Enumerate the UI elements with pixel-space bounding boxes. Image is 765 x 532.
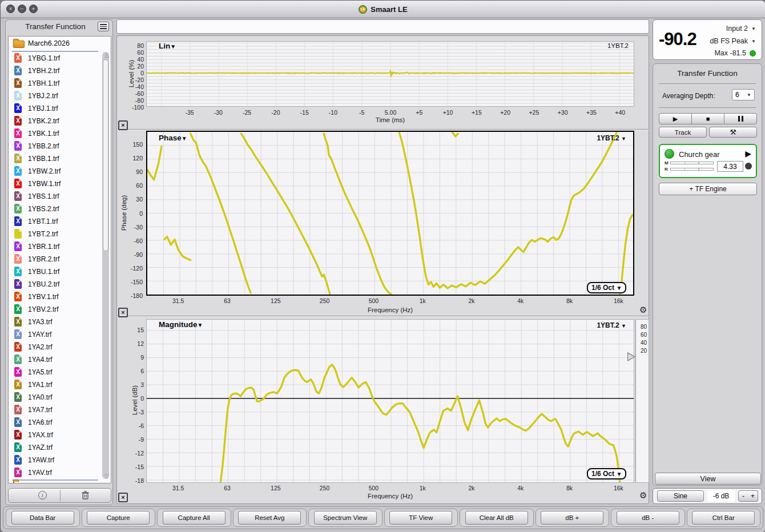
phase-close-button[interactable]: ×: [118, 308, 128, 317]
trash-button[interactable]: [82, 491, 89, 502]
level-minus-button[interactable]: -: [738, 490, 748, 502]
scrollbar-thumb[interactable]: [103, 59, 108, 251]
file-item[interactable]: X1YAV.trf: [14, 466, 103, 479]
file-item[interactable]: X1YBJ.1.trf: [14, 102, 103, 115]
impulse-close-button[interactable]: ×: [118, 120, 128, 130]
phase-trace-menu[interactable]: 1YBT.2 ▼: [543, 134, 626, 142]
axis-tick-label: 1k: [405, 297, 440, 304]
file-item[interactable]: X1YBB.2.trf: [14, 140, 103, 152]
axis-tick-label: 12: [121, 340, 144, 347]
scroll-up-icon[interactable]: △: [104, 52, 109, 58]
file-item[interactable]: X1YBS.1.trf: [14, 190, 103, 203]
file-item[interactable]: X1YA3.trf: [14, 316, 103, 328]
toolbar-button-db-[interactable]: dB +: [541, 511, 603, 525]
toolbar-button-spectrum-view[interactable]: Spectrum View: [314, 511, 377, 525]
file-item[interactable]: X1YBS.2.trf: [14, 203, 103, 215]
engine-active-dot-icon[interactable]: [665, 149, 674, 159]
file-item[interactable]: X1YBW.1.trf: [14, 178, 103, 190]
level-plus-button[interactable]: +: [748, 490, 758, 502]
file-item[interactable]: X1YBB.1.trf: [14, 152, 103, 165]
toolbar-button-tf-view[interactable]: TF View: [389, 511, 452, 525]
phase-octave-menu[interactable]: 1/6 Oct ▼: [587, 282, 626, 293]
toolbar-button-ctrl-bar[interactable]: Ctrl Bar: [692, 511, 755, 525]
engine-play-icon[interactable]: ▶: [745, 149, 751, 158]
file-item[interactable]: X1YBR.1.trf: [14, 240, 103, 253]
track-button[interactable]: Track: [659, 127, 707, 138]
phase-plot[interactable]: [146, 131, 634, 296]
file-name: 1YA1.trf: [28, 381, 52, 389]
toolbar-button-clear-all-db[interactable]: Clear All dB: [465, 511, 528, 525]
file-item[interactable]: X1YAX.trf: [14, 429, 103, 441]
axis-tick-label: +15: [462, 109, 491, 116]
magnitude-settings-gear-icon[interactable]: ⚙: [639, 490, 647, 501]
axis-tick-label: 120: [118, 155, 143, 162]
file-name: 1YBT.2.trf: [28, 230, 58, 238]
menu-icon[interactable]: [98, 22, 109, 31]
input-select[interactable]: Input 2▼: [726, 25, 756, 33]
stop-button[interactable]: ■: [691, 114, 724, 124]
impulse-chart-menu[interactable]: Lin▼: [159, 42, 176, 50]
play-button[interactable]: ▶: [659, 114, 691, 124]
file-item[interactable]: X1YA7.trf: [14, 404, 103, 416]
file-item[interactable]: X1YBW.2.trf: [14, 165, 103, 178]
toolbar-button-db-[interactable]: dB -: [617, 511, 679, 525]
view-button[interactable]: View: [655, 473, 761, 485]
axis-tick-label: +25: [520, 109, 548, 116]
file-item[interactable]: X1YAW.trf: [14, 454, 103, 466]
toolbar-button-capture[interactable]: Capture: [87, 511, 150, 525]
file-item[interactable]: X1YBV.2.trf: [14, 303, 103, 316]
file-item[interactable]: X1YA4.trf: [14, 353, 103, 366]
info-button[interactable]: i: [38, 491, 47, 499]
folder-row-partial[interactable]: [13, 482, 14, 483]
averaging-depth-select[interactable]: 6▼: [732, 89, 755, 100]
file-item[interactable]: X1YA0.trf: [14, 391, 103, 404]
file-item[interactable]: X1YBK.2.trf: [14, 115, 103, 127]
measure-slider[interactable]: [670, 162, 714, 164]
add-tf-engine-button[interactable]: + TF Engine: [659, 183, 757, 195]
tools-button[interactable]: ⚒: [709, 127, 757, 138]
file-item[interactable]: X1YAY.trf: [14, 328, 103, 341]
toolbar-button-data-bar[interactable]: Data Bar: [11, 511, 74, 525]
file-item[interactable]: X1YAZ.trf: [14, 441, 103, 454]
magnitude-close-button[interactable]: ×: [118, 493, 128, 502]
file-item[interactable]: X1YBU.2.trf: [14, 278, 103, 291]
magnitude-trace-menu[interactable]: 1YBT.2 ▼: [543, 321, 626, 329]
file-item[interactable]: X1YA6.trf: [14, 416, 103, 429]
file-item[interactable]: X1YBV.1.trf: [14, 291, 103, 303]
file-item[interactable]: X1YBJ.2.trf: [14, 90, 103, 102]
dropdown-icon: ▼: [616, 471, 622, 477]
file-item[interactable]: 1YBT.2.trf: [14, 228, 103, 240]
impulse-plot[interactable]: [146, 41, 634, 107]
delay-value-field[interactable]: 4.33: [717, 161, 743, 172]
file-item[interactable]: X1YBT.1.trf: [14, 215, 103, 228]
scroll-down-icon[interactable]: ▽: [104, 473, 109, 479]
sine-button[interactable]: Sine: [657, 490, 704, 502]
file-item[interactable]: X1YBG.1.trf: [14, 52, 103, 65]
folder-row[interactable]: March6.2026: [9, 37, 111, 50]
magnitude-octave-menu[interactable]: 1/6 Oct ▼: [587, 468, 626, 479]
file-item[interactable]: X1YBK.1.trf: [14, 127, 103, 140]
file-list[interactable]: March6.2026 X1YBG.1.trfX1YBH.2.trfX1YBH.…: [8, 36, 111, 483]
file-item[interactable]: X1YBR.2.trf: [14, 253, 103, 265]
phase-settings-gear-icon[interactable]: ⚙: [639, 305, 647, 315]
toolbar-button-reset-avg[interactable]: Reset Avg: [238, 511, 301, 525]
meter-unit-select[interactable]: dB FS Peak▼: [710, 37, 756, 45]
file-icon: X: [14, 267, 22, 276]
magnitude-chart-menu[interactable]: Magnitude▼: [159, 320, 203, 329]
file-item[interactable]: X1YBH.2.trf: [14, 65, 103, 77]
magnitude-plot[interactable]: [146, 319, 634, 483]
file-item[interactable]: X1YBU.1.trf: [14, 265, 103, 278]
axis-tick-label: 40: [121, 56, 144, 63]
meter-max: Max -81.5: [714, 49, 756, 57]
reference-slider[interactable]: [670, 168, 714, 171]
pause-button[interactable]: [724, 114, 756, 124]
file-item[interactable]: X1YA2.trf: [14, 341, 103, 353]
engine-name: Church gear: [679, 150, 720, 159]
engine-status-icon[interactable]: [745, 163, 752, 170]
file-item[interactable]: X1YA5.trf: [14, 366, 103, 378]
toolbar-button-capture-all[interactable]: Capture All: [163, 511, 226, 525]
tf-engine-strip[interactable]: Church gear ▶ M R 4.33: [659, 144, 757, 178]
file-item[interactable]: X1YBH.1.trf: [14, 77, 103, 90]
phase-chart-menu[interactable]: Phase▼: [159, 134, 187, 142]
file-item[interactable]: X1YA1.trf: [14, 378, 103, 391]
